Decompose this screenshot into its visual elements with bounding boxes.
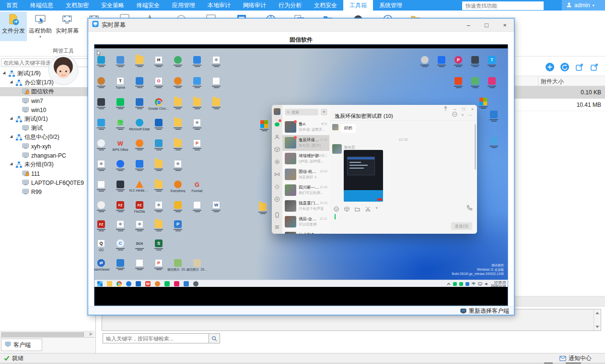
scroll-up-arrow[interactable] xyxy=(595,312,599,314)
tab-clients[interactable]: 客户端 xyxy=(1,339,42,351)
menu-item[interactable]: 本地审计 xyxy=(201,0,237,11)
desktop-icon[interactable]: 微信图片_20251106… xyxy=(186,259,208,271)
desktop-icon[interactable] xyxy=(167,98,188,109)
wechat-phone-icon[interactable] xyxy=(274,211,280,217)
taskbar-circle-icon[interactable] xyxy=(193,281,198,286)
desktop-icon[interactable] xyxy=(167,119,188,130)
desktop-icon[interactable]: S xyxy=(148,239,169,250)
conversation-item[interactable]: 国信-杭州昆泰...10:24知足就好 ⚠ xyxy=(282,167,329,182)
desktop-icon[interactable] xyxy=(94,139,112,150)
chevron-down-icon[interactable]: v xyxy=(376,206,378,209)
desktop-icon[interactable] xyxy=(483,111,504,122)
desktop-icon[interactable] xyxy=(167,139,188,150)
desktop-icon[interactable]: ✱ xyxy=(110,220,131,231)
desktop-icon[interactable]: T xyxy=(481,56,502,67)
folder-icon[interactable] xyxy=(355,205,360,210)
tree-node-未分组(0/3)[interactable]: 未分组(0/3) xyxy=(0,160,95,169)
desktop-icon[interactable] xyxy=(148,220,169,231)
desktop-icon[interactable] xyxy=(186,98,208,109)
desktop-icon[interactable]: O xyxy=(148,77,169,88)
desktop-icon[interactable] xyxy=(148,160,169,171)
desktop-icon[interactable]: C xyxy=(110,239,131,250)
desktop-icon[interactable] xyxy=(129,77,150,88)
desktop-icon[interactable] xyxy=(94,98,112,109)
conversation-item[interactable]: 我是厦门驻点...10:23只有这个有声音 xyxy=(282,198,329,214)
remote-screen[interactable]: 测试模式 Windows 11 企业版 Build 26100.ge_relea… xyxy=(94,44,508,306)
tree-node-zhangsan-PC[interactable]: zhangsan-PC xyxy=(0,151,95,160)
desktop-icon[interactable] xyxy=(129,160,150,171)
wechat-window[interactable]: 搜索 + 鲁A昨天张丰强: 这两天都可以逸辰环保加密...10:35陈有思: [… xyxy=(272,105,477,234)
taskbar-start-icon[interactable] xyxy=(97,281,103,286)
desktop-icon[interactable] xyxy=(186,201,208,212)
menu-item[interactable]: 行为分析 xyxy=(272,0,308,11)
desktop-icon[interactable] xyxy=(129,139,150,150)
wechat-mini-programs-icon[interactable] xyxy=(274,183,280,189)
wechat-settings-icon[interactable] xyxy=(274,158,280,164)
menu-item[interactable]: 首页 xyxy=(0,0,24,11)
desktop-icon[interactable]: ✱ xyxy=(129,220,150,231)
chevron-down-icon[interactable]: v xyxy=(462,113,464,117)
menu-item[interactable]: 系统管理 xyxy=(373,0,408,11)
dialog-titlebar[interactable]: 实时屏幕 xyxy=(88,19,514,32)
desktop-icon[interactable]: 微信图片_20251106… xyxy=(167,259,188,271)
panel-scrollbar[interactable] xyxy=(593,309,601,330)
add-button[interactable] xyxy=(545,62,555,72)
scrollbar-thumb[interactable] xyxy=(1,332,84,337)
tree-node-R99[interactable]: R99 xyxy=(0,187,95,196)
tree-node-xyh-xyh[interactable]: xyh-xyh xyxy=(0,142,95,151)
desktop-icon[interactable]: ✱ xyxy=(186,119,208,130)
conversation-item[interactable]: 四川桥—美生...10:24我们可以先测试，没问... xyxy=(282,182,329,198)
desktop-icon[interactable]: P xyxy=(167,220,188,231)
desktop-icon[interactable]: Google Chrome xyxy=(148,98,169,110)
tree-node-测试(0/1)[interactable]: 测试(0/1) xyxy=(0,114,95,124)
desktop-icon[interactable] xyxy=(94,119,112,130)
message-input[interactable] xyxy=(334,213,473,221)
desktop-icon[interactable] xyxy=(148,119,169,130)
desktop-icon[interactable] xyxy=(94,181,112,192)
desktop-icon[interactable] xyxy=(94,201,112,212)
tool-文件分发[interactable]: 文件分发 xyxy=(0,11,27,41)
desktop-icon[interactable] xyxy=(110,56,131,67)
emoji-icon[interactable] xyxy=(334,205,339,210)
desktop-icon[interactable]: ✱ xyxy=(94,160,112,171)
taskbar-square-icon[interactable] xyxy=(184,281,189,286)
add-chat-button[interactable]: + xyxy=(321,109,327,115)
desktop-icon[interactable]: DC4 xyxy=(129,239,150,250)
desktop-icon[interactable]: FZFileZilla xyxy=(129,201,150,213)
sender-avatar[interactable] xyxy=(332,144,342,154)
taskbar-square-icon[interactable] xyxy=(164,281,170,286)
taskbar-square-icon[interactable] xyxy=(174,281,179,286)
taskbar-circle-icon[interactable] xyxy=(155,281,160,286)
column-attachment-size[interactable]: 附件大小 xyxy=(541,76,564,87)
desktop-icon[interactable]: P xyxy=(148,259,169,270)
taskbar-circle-icon[interactable] xyxy=(126,281,131,286)
menu-item[interactable]: 网络审计 xyxy=(237,0,272,11)
menu-item[interactable]: 应用管理 xyxy=(166,0,201,11)
taskbar-chrome-icon[interactable] xyxy=(116,281,122,286)
tray-icon[interactable] xyxy=(453,282,457,286)
desktop-icon[interactable] xyxy=(129,259,150,270)
scroll-right-arrow[interactable]: > xyxy=(87,331,94,337)
conversation-item[interactable]: 逸辰环保加密...10:35陈有思: [图片] xyxy=(282,135,329,151)
desktop-icon[interactable]: Everything xyxy=(167,181,188,193)
remote-desktop[interactable]: 测试模式 Windows 11 企业版 Build 26100.ge_relea… xyxy=(94,48,508,280)
tree-node-固信软件[interactable]: 固信软件 xyxy=(0,87,95,96)
tree-node-测试(1/9)[interactable]: 测试(1/9) xyxy=(0,69,95,78)
desktop-icon[interactable] xyxy=(483,137,504,148)
tree-node-LAPTOP-LF6Q0TE9[interactable]: LAPTOP-LF6Q0TE9 xyxy=(0,178,95,187)
conversation-item[interactable]: 琦瑞维护群星期三QR说: 这种现象很常见... xyxy=(282,151,329,167)
desktop-icon[interactable]: GFoxmail xyxy=(186,181,208,193)
announcement-icon[interactable] xyxy=(452,112,457,118)
wechat-favorites-icon[interactable] xyxy=(274,146,280,151)
desktop-icon[interactable]: WWPS Office xyxy=(110,139,131,151)
wechat-maximize[interactable]: □ xyxy=(462,107,465,112)
desktop-icon[interactable]: ✱ xyxy=(167,160,188,171)
tray-clock[interactable]: 10:35:25 2025/11/18 xyxy=(491,281,506,287)
wechat-avatar[interactable] xyxy=(274,108,280,115)
assistant-avatar[interactable] xyxy=(48,55,79,85)
wechat-channels-icon[interactable] xyxy=(274,171,280,176)
desktop-icon[interactable] xyxy=(167,56,188,67)
tree-node-信息中心(0/2)[interactable]: 信息中心(0/2) xyxy=(0,133,95,142)
desktop-icon[interactable]: P xyxy=(186,139,208,150)
reselect-client-button[interactable]: 重新选择客户端 xyxy=(460,307,509,315)
